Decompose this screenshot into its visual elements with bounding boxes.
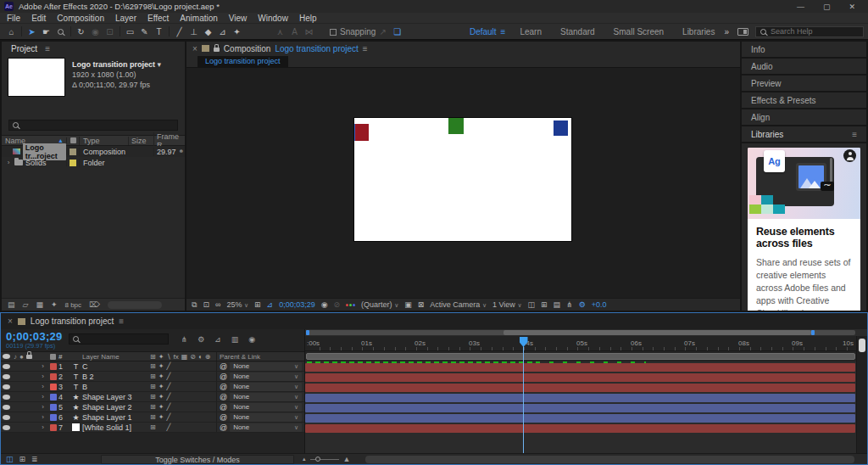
pan-behind-tool-icon[interactable]: ⊡	[103, 25, 117, 39]
zoom-slider-knob[interactable]	[315, 457, 320, 462]
brush-tool-icon[interactable]: ╱	[172, 25, 186, 39]
close-button[interactable]: ✕	[849, 3, 855, 11]
camera-tool-icon[interactable]: ◉	[88, 25, 103, 39]
eye-icon[interactable]	[3, 405, 10, 410]
layer-duration-bar-3[interactable]	[305, 384, 855, 392]
new-composition-icon[interactable]: ▦	[36, 300, 43, 309]
layer-row-1[interactable]: › 1 T C ⊞✦╱ @ None∨	[1, 361, 304, 372]
selection-tool-icon[interactable]: ➤	[25, 25, 39, 39]
layer-row-2[interactable]: › 2 T B 2 ⊞✦╱ @ None∨	[1, 372, 304, 382]
comp-tab-title[interactable]: Logo transition project	[275, 44, 358, 53]
frame-blending-icon[interactable]: ▥	[231, 335, 239, 344]
shy-switch-icon[interactable]: ⊞	[150, 353, 156, 361]
trash-icon[interactable]: ⌦	[89, 300, 100, 309]
eye-icon[interactable]	[3, 384, 10, 389]
shy-layers-icon[interactable]: ⊿	[214, 335, 221, 344]
workspace-standard[interactable]: Standard	[560, 27, 595, 36]
green-square-layer[interactable]	[448, 118, 464, 134]
menu-composition[interactable]: Composition	[57, 14, 104, 23]
draft-3d-icon[interactable]: ⚙	[198, 335, 204, 344]
eye-icon[interactable]	[3, 425, 10, 430]
layer-row-4[interactable]: › 4 ★ Shape Layer 3 ⊞✦╱ @ None∨	[1, 392, 304, 402]
transparency-grid-icon[interactable]: ⊠	[418, 300, 425, 309]
timeline-zoom-slider[interactable]: ▴ ▲	[303, 455, 350, 463]
tab-info[interactable]: Info	[742, 42, 866, 57]
panel-resize-pill[interactable]	[108, 301, 162, 309]
parent-dropdown[interactable]: None∨	[230, 362, 302, 371]
layer-name[interactable]: Shape Layer 2	[82, 403, 148, 412]
project-tab[interactable]: Project	[11, 44, 37, 53]
close-tab-icon[interactable]: ×	[192, 44, 198, 53]
column-size[interactable]: Size	[128, 137, 153, 145]
timeline-vertical-scrollbar[interactable]	[856, 336, 867, 453]
column-type[interactable]: Type	[79, 137, 128, 145]
adjustment-icon[interactable]: ✦	[51, 300, 58, 309]
frame-blend-switch-icon[interactable]: ▦	[181, 353, 188, 361]
composition-flowchart-icon[interactable]: ⋔	[181, 335, 188, 344]
expander-icon[interactable]: ›	[38, 362, 47, 370]
camera-dropdown[interactable]: Active Camera ∨	[430, 300, 487, 309]
layer-duration-bar-6[interactable]	[305, 414, 855, 423]
pen-tool-icon[interactable]: ✎	[137, 25, 152, 39]
project-row-solids[interactable]: › Solids Folder	[2, 157, 185, 168]
pixel-aspect-icon[interactable]: ◫	[528, 300, 536, 309]
fast-previews-icon[interactable]: ▣	[404, 300, 412, 309]
motion-blur-switch-icon[interactable]: ⊘	[190, 353, 196, 361]
parent-dropdown[interactable]: None∨	[230, 423, 302, 432]
home-icon[interactable]: ⌂	[4, 25, 19, 39]
label-swatch[interactable]	[50, 424, 57, 431]
menu-file[interactable]: File	[7, 14, 20, 23]
timeline-navigator[interactable]	[305, 329, 867, 336]
panel-menu-icon[interactable]: ≡	[45, 44, 50, 53]
work-area-bar[interactable]	[305, 351, 867, 361]
menu-layer[interactable]: Layer	[115, 14, 136, 23]
panel-menu-icon[interactable]: ≡	[119, 317, 124, 326]
expander-icon[interactable]: ›	[38, 373, 47, 380]
menu-help[interactable]: Help	[299, 14, 317, 23]
tab-align[interactable]: Align	[742, 109, 866, 125]
label-swatch[interactable]	[50, 384, 57, 390]
fit-region-icon[interactable]: ❏	[390, 25, 404, 39]
layer-row-3[interactable]: › 3 T B ⊞✦╱ @ None∨	[1, 382, 304, 392]
navigator-end-handle[interactable]	[811, 330, 815, 335]
label-swatch[interactable]	[70, 148, 76, 155]
pickwhip-icon[interactable]: @	[220, 393, 227, 401]
toggle-switches-modes-button[interactable]: Toggle Switches / Modes	[101, 455, 294, 464]
flowchart-icon[interactable]: ⋔	[566, 300, 573, 309]
tab-preview[interactable]: Preview	[742, 76, 866, 91]
workspace-learn[interactable]: Learn	[520, 27, 542, 36]
grid-options-icon[interactable]: ⊞	[254, 300, 261, 309]
layer-duration-bar-5[interactable]	[305, 404, 855, 412]
layer-name[interactable]: B	[82, 383, 148, 391]
red-square-layer[interactable]	[354, 124, 369, 141]
help-search-input[interactable]	[771, 27, 859, 36]
eye-icon[interactable]	[3, 374, 10, 379]
expander-icon[interactable]: ›	[38, 403, 47, 411]
layer-name[interactable]: B 2	[82, 373, 148, 381]
parent-dropdown[interactable]: None∨	[230, 393, 302, 401]
close-tab-icon[interactable]: ×	[8, 317, 13, 326]
comp-info-name[interactable]: Logo transition project	[72, 60, 155, 69]
layer-row-7[interactable]: › 7 [White Solid 1] ⊞✦╱ @ None∨	[1, 423, 304, 433]
zoom-tool-icon[interactable]	[53, 25, 68, 39]
minimize-button[interactable]: —	[797, 3, 804, 11]
snap-options-icon[interactable]: ↗	[376, 25, 390, 39]
glasses-icon[interactable]: ∞	[215, 300, 220, 309]
playhead-line[interactable]	[523, 341, 524, 453]
hand-tool-icon[interactable]: ☛	[39, 25, 53, 39]
layer-row-6[interactable]: › 6 ★ Shape Layer 1 ⊞✦╱ @ None∨	[1, 412, 304, 423]
navigator-start-handle[interactable]	[306, 330, 309, 335]
new-folder-icon[interactable]: ▱	[23, 300, 29, 309]
pickwhip-icon[interactable]: @	[220, 362, 227, 371]
expander-icon[interactable]: ›	[38, 383, 47, 390]
index-column[interactable]: #	[58, 353, 70, 361]
parent-dropdown[interactable]: None∨	[230, 383, 302, 391]
project-search-input[interactable]	[23, 121, 174, 130]
workspace-small-screen[interactable]: Small Screen	[614, 27, 664, 36]
interpret-footage-icon[interactable]: ▤	[8, 300, 15, 309]
composition-viewport[interactable]	[186, 67, 740, 298]
adjustment-switch-icon[interactable]: ◐	[198, 353, 203, 361]
workspace-overflow-icon[interactable]: »	[724, 27, 729, 36]
layer-name[interactable]: Shape Layer 1	[82, 413, 148, 422]
timeline-tab[interactable]: Logo transition project	[31, 317, 114, 326]
